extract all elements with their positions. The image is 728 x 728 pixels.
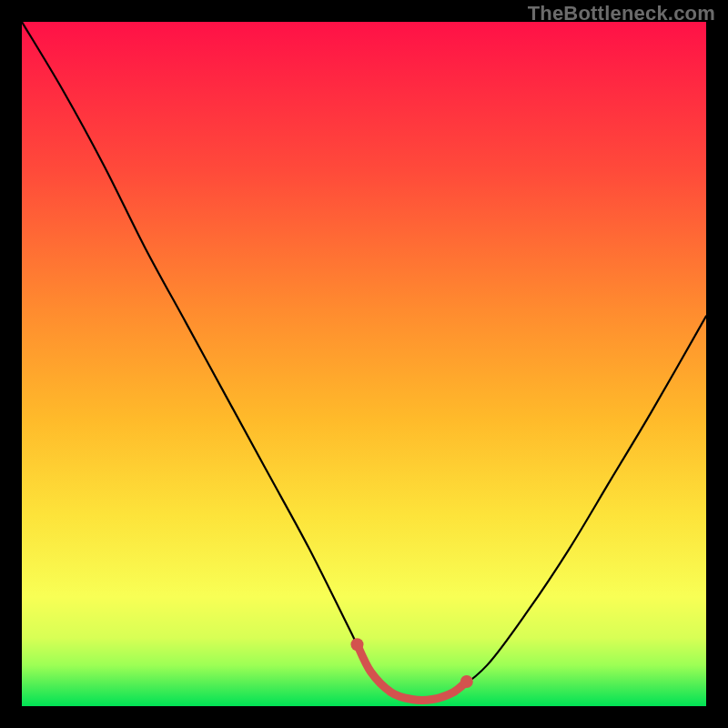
highlight-dot-left <box>350 638 363 651</box>
chart-frame: TheBottleneck.com <box>0 0 728 728</box>
gradient-background <box>22 22 706 706</box>
watermark-text: TheBottleneck.com <box>528 2 715 25</box>
highlight-dot-right <box>460 675 473 688</box>
plot-area <box>22 22 706 706</box>
chart-svg <box>22 22 706 706</box>
